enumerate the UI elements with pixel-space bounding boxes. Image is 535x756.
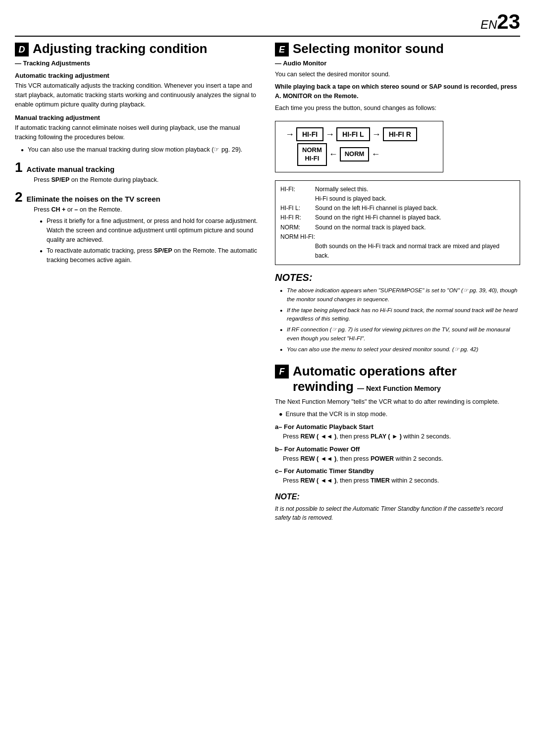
notes-list: The above indication appears when "SUPER…	[275, 286, 520, 354]
section-d-subtitle: — Tracking Adjustments	[15, 59, 260, 67]
norm-row: NORMHI-FI ← NORM ←	[283, 143, 435, 166]
section-f-title-block: Automatic operations after rewinding — N…	[293, 364, 520, 394]
section-e-intro: You can select the desired monitor sound…	[275, 70, 520, 79]
step-2: 2 Eliminate the noises on the TV screen	[15, 190, 260, 204]
section-d-letter: D	[15, 43, 29, 56]
hifi-val-hifil: Sound on the left Hi-Fi channel is playe…	[315, 204, 515, 213]
hifi-def-hifi2: Hi-Fi sound is played back.	[280, 194, 515, 204]
arrow-norm-left-1: ←	[329, 149, 338, 160]
auto-tracking-title: Automatic tracking adjustment	[15, 72, 260, 79]
section-e-letter: E	[275, 43, 289, 56]
hifi-def-hifir: HI-FI R: Sound on the right Hi-Fi channe…	[280, 213, 515, 222]
vcr-ensure: Ensure that the VCR is in stop mode.	[279, 410, 520, 419]
hifi-val-hifi2: Hi-Fi sound is played back.	[315, 194, 515, 204]
norm-hifi-box: NORMHI-FI	[297, 143, 327, 166]
hifi-val-hifi: Normally select this.	[315, 185, 515, 194]
hifi-key-hifi: HI-FI:	[280, 185, 315, 194]
hifi-key-hifir: HI-FI R:	[280, 213, 315, 222]
hifi-val-normhifi2: Both sounds on the Hi-Fi track and norma…	[315, 242, 515, 261]
bullet-slow-motion: You can also use the manual tracking dur…	[21, 145, 260, 155]
arrow-2: →	[372, 129, 381, 140]
section-e-subtitle: — Audio Monitor	[275, 59, 520, 67]
alpha-b-desc: Press REW ( ◄◄ ), then press POWER withi…	[275, 454, 520, 464]
hifi-defs: HI-FI: Normally select this. Hi-Fi sound…	[275, 180, 520, 266]
manual-tracking-bullets: You can also use the manual tracking dur…	[15, 145, 260, 155]
section-f-note-italic: It is not possible to select the Automat…	[275, 504, 520, 522]
hifi-key-hifil: HI-FI L:	[280, 204, 315, 213]
manual-tracking-body: If automatic tracking cannot eliminate n…	[15, 123, 260, 142]
section-f-note-header: NOTE:	[275, 492, 520, 501]
step-1-title: Activate manual tracking	[27, 165, 115, 173]
step-1-desc: Press SP/EP on the Remote during playbac…	[34, 175, 260, 185]
section-e-title: Selecting monitor sound	[293, 42, 444, 56]
hifi-box: HI-FI	[296, 127, 323, 141]
section-e-follow-text: Each time you press the button, sound ch…	[275, 104, 520, 113]
hifi-val-norm: Sound on the normal track is played back…	[315, 223, 515, 232]
hifi-fi-r-box: HI-FI R	[383, 127, 417, 141]
page-header: EN23	[15, 10, 520, 37]
section-f-intro: The Next Function Memory "tells" the VCR…	[275, 397, 520, 407]
hifi-key-normhifi: NORM HI-FI:	[280, 232, 315, 242]
section-f-subtitle-text: — Next Function Memory	[357, 384, 441, 392]
arrow-norm-left-2: ←	[371, 149, 380, 160]
hifi-def-norm: NORM: Sound on the normal track is playe…	[280, 223, 515, 232]
step-2-bullet-2: To reactivate automatic tracking, press …	[40, 246, 260, 265]
alpha-item-c: c– For Automatic Timer Standby Press REW…	[275, 467, 520, 486]
section-f-letter: F	[275, 365, 289, 378]
page-number: 23	[497, 10, 520, 33]
hifi-fi-l-box: HI-FI L	[336, 127, 370, 141]
hifi-flow-top: → HI-FI → HI-FI L → HI-FI R	[283, 127, 435, 141]
section-d-header: D Adjusting tracking condition	[15, 42, 260, 56]
note-2: If the tape being played back has no Hi-…	[280, 306, 520, 324]
step-1: 1 Activate manual tracking	[15, 161, 260, 174]
section-e-header: E Selecting monitor sound	[275, 42, 520, 56]
step-2-desc: Press CH + or – on the Remote.	[34, 205, 260, 215]
en-label: EN	[481, 18, 497, 31]
alpha-item-b: b– For Automatic Power Off Press REW ( ◄…	[275, 445, 520, 464]
auto-tracking-body: This VCR automatically adjusts the track…	[15, 81, 260, 109]
hifi-def-normhifi2: Both sounds on the Hi-Fi track and norma…	[280, 242, 515, 261]
note-1: The above indication appears when "SUPER…	[280, 286, 520, 304]
hifi-diagram: → HI-FI → HI-FI L → HI-FI R NORMHI-FI ← …	[275, 121, 443, 172]
section-e-bold-statement: While playing back a tape on which stere…	[275, 82, 520, 101]
hifi-key-norm: NORM:	[280, 223, 315, 232]
step-1-num: 1	[15, 161, 23, 174]
alpha-item-a: a– For Automatic Playback Start Press RE…	[275, 423, 520, 441]
notes-header: NOTES:	[275, 272, 520, 283]
col-left: D Adjusting tracking condition — Trackin…	[15, 42, 260, 525]
alpha-b-title: b– For Automatic Power Off	[275, 445, 520, 453]
section-f-header: F Automatic operations after rewinding —…	[275, 364, 520, 394]
arrow-1: →	[325, 129, 334, 140]
step-2-num: 2	[15, 190, 23, 204]
col-right: E Selecting monitor sound — Audio Monito…	[275, 42, 520, 525]
alpha-c-desc: Press REW ( ◄◄ ), then press TIMER withi…	[275, 476, 520, 486]
hifi-def-hifi: HI-FI: Normally select this.	[280, 185, 515, 194]
arrow-start: →	[285, 129, 294, 140]
note-4: You can also use the menu to select your…	[280, 345, 520, 354]
note-3: If RF connection (☞ pg. 7) is used for v…	[280, 325, 520, 343]
section-f-title: Automatic operations after rewinding — N…	[293, 364, 520, 394]
step-2-bullet-1: Press it briefly for a fine adjustment, …	[40, 216, 260, 244]
alpha-a-desc: Press REW ( ◄◄ ), then press PLAY ( ► ) …	[275, 432, 520, 441]
norm-box: NORM	[340, 147, 370, 162]
step-2-title: Eliminate the noises on the TV screen	[27, 195, 160, 203]
section-f-subtitle: — Next Function Memory	[357, 384, 441, 392]
hifi-def-normhifi: NORM HI-FI:	[280, 232, 515, 242]
section-d-title: Adjusting tracking condition	[33, 42, 207, 56]
hifi-def-hifil: HI-FI L: Sound on the left Hi-Fi channel…	[280, 204, 515, 213]
alpha-a-title: a– For Automatic Playback Start	[275, 423, 520, 431]
manual-tracking-title: Manual tracking adjustment	[15, 114, 260, 121]
main-content: D Adjusting tracking condition — Trackin…	[15, 42, 520, 525]
step-2-bullets: Press it briefly for a fine adjustment, …	[34, 216, 260, 265]
alpha-c-title: c– For Automatic Timer Standby	[275, 467, 520, 475]
hifi-val-hifir: Sound on the right Hi-Fi channel is play…	[315, 213, 515, 222]
